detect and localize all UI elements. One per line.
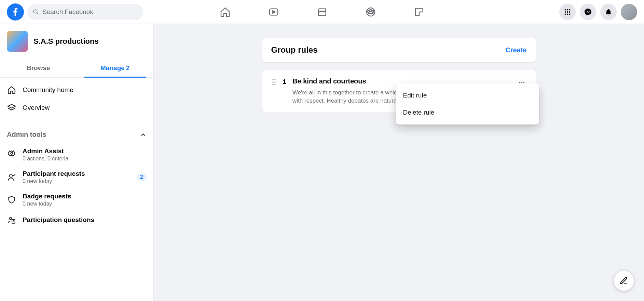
sidebar-item-label: Community home [23,86,73,94]
svg-point-5 [369,9,372,12]
svg-point-7 [372,11,374,12]
svg-point-25 [274,79,276,80]
gaming-icon[interactable] [414,6,425,17]
watch-icon[interactable] [268,6,279,17]
svg-point-28 [272,84,274,85]
marketplace-icon[interactable] [317,6,328,17]
sidebar-item-label: Participant requests [23,170,131,178]
svg-point-27 [274,81,276,83]
svg-point-32 [523,82,524,83]
sidebar-item-label: Badge requests [23,193,147,200]
profile-avatar[interactable] [621,4,637,20]
sidebar-item-label: Participation questions [23,216,147,224]
svg-point-9 [567,9,568,10]
count-badge: 2 [137,173,147,181]
page-title: Group rules [271,45,318,55]
home-icon [7,85,16,95]
svg-point-13 [569,11,570,12]
notifications-icon[interactable] [600,4,617,20]
group-rules-header-card: Group rules Create [262,38,536,62]
svg-line-1 [37,13,38,14]
sidebar-item-sub: 0 new today [23,178,131,184]
top-nav-bar: Search Facebook [0,0,644,24]
svg-point-29 [274,84,276,85]
svg-point-19 [10,174,13,177]
sidebar-item-badge-requests[interactable]: Badge requests 0 new today [0,188,153,211]
sidebar-item-community-home[interactable]: Community home [0,81,153,99]
rule-context-menu: Edit rule Delete rule [396,83,539,125]
sidebar: S.A.S productions Browse Manage2 Communi… [0,24,154,301]
edit-rule-button[interactable]: Edit rule [396,87,539,104]
stack-icon [7,103,16,113]
svg-marker-17 [8,104,15,108]
rule-number: 1 [283,77,287,86]
gear-badge-icon [7,150,16,159]
tab-manage[interactable]: Manage2 [77,59,154,77]
sidebar-item-label: Overview [23,104,50,112]
edit-icon [619,276,628,285]
compose-fab[interactable] [614,271,634,291]
group-thumbnail [7,31,28,52]
svg-point-20 [10,217,12,220]
svg-marker-3 [273,11,275,13]
svg-point-24 [272,79,274,80]
menu-grid-icon[interactable] [559,4,576,20]
svg-point-18 [11,153,12,154]
group-header[interactable]: S.A.S productions [0,31,153,55]
svg-point-16 [569,13,570,15]
svg-point-0 [33,10,37,13]
svg-point-11 [565,11,566,12]
svg-point-14 [565,13,566,15]
svg-point-30 [519,82,520,83]
delete-rule-button[interactable]: Delete rule [396,104,539,121]
home-icon[interactable] [220,6,231,17]
rule-card: 1 Be kind and courteous We're all in thi… [262,70,536,113]
create-rule-button[interactable]: Create [505,46,526,54]
facebook-logo[interactable] [7,3,24,21]
user-check-icon [7,172,16,182]
sidebar-tabs: Browse Manage2 [0,59,153,78]
svg-rect-21 [12,220,15,223]
sidebar-item-participant-requests[interactable]: Participant requests 0 new today 2 [0,166,153,188]
admin-tools-header[interactable]: Admin tools [0,126,153,143]
chevron-up-icon [140,131,147,138]
sidebar-item-participation-questions[interactable]: Participation questions [0,211,153,229]
svg-point-12 [567,11,568,12]
search-placeholder: Search Facebook [42,8,93,16]
main-content: Group rules Create 1 Be kind and courteo… [154,24,644,301]
svg-point-6 [367,11,369,12]
groups-icon[interactable] [365,6,376,17]
svg-point-26 [272,81,274,83]
group-name: S.A.S productions [33,37,99,46]
sidebar-item-sub: 0 actions, 0 criteria [23,156,147,162]
right-nav-icons [559,4,637,20]
drag-handle-icon[interactable] [271,77,277,87]
messenger-icon[interactable] [580,4,596,20]
sidebar-item-admin-assist[interactable]: Admin Assist 0 actions, 0 criteria [0,143,153,166]
tab-browse[interactable]: Browse [0,59,77,77]
search-icon [33,9,39,15]
search-input[interactable]: Search Facebook [27,4,143,20]
svg-point-10 [569,9,570,10]
sidebar-item-sub: 0 new today [23,201,147,207]
svg-point-31 [521,82,522,83]
sidebar-item-overview[interactable]: Overview [0,99,153,117]
svg-point-15 [567,13,568,15]
sidebar-item-label: Admin Assist [23,147,147,155]
shield-icon [7,195,16,205]
clipboard-user-icon [7,215,16,225]
svg-point-8 [565,9,566,10]
center-nav [220,6,425,17]
